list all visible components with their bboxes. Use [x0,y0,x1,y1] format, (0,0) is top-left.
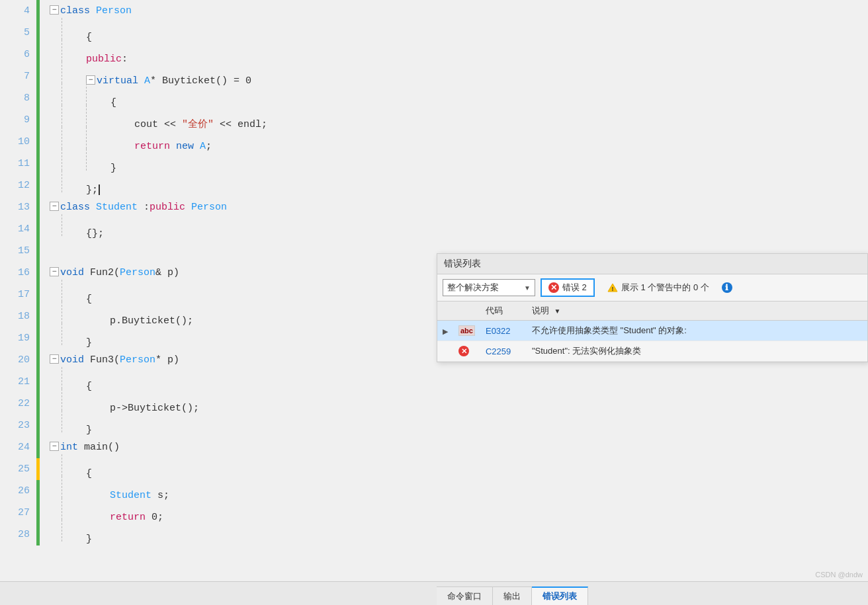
error-count-label: 错误 2 [562,282,587,294]
gutter-8 [36,87,44,109]
gutter-11 [36,153,44,175]
line-number-14: 14 [0,223,36,235]
line-number-12: 12 [0,180,36,191]
bottom-tab-bar: 命令窗口 输出 错误列表 [0,581,868,605]
gutter-10 [36,131,44,153]
line-number-25: 25 [0,464,36,475]
sort-arrow-icon: ▼ [554,307,561,315]
line-number-11: 11 [0,158,36,169]
expand-cell-1: ▶ [437,321,453,341]
line-number-5: 5 [0,27,36,38]
gutter-28 [36,524,44,545]
collapse-13[interactable]: − [50,202,59,211]
gutter-16 [36,262,44,284]
gutter-17 [36,284,44,305]
icon-cell-2: ✕ [453,341,480,362]
solution-label: 整个解决方案 [447,282,499,294]
tab-output[interactable]: 输出 [493,586,532,605]
code-line-23: 23 } [0,415,868,436]
code-line-28: 28 } [0,524,868,545]
line-number-28: 28 [0,529,36,540]
line-number-24: 24 [0,442,36,453]
gutter-13 [36,196,44,218]
line-number-15: 15 [0,245,36,257]
tab-output-label: 输出 [503,590,521,602]
line-number-27: 27 [0,507,36,518]
error-panel-title: 错误列表 [444,258,481,268]
gutter-12 [36,175,44,196]
line-number-8: 8 [0,93,36,104]
gutter-25 [36,458,44,480]
editor-area: 4 −class Person 5 { 6 public: 7 −virtual… [0,0,868,605]
line-number-22: 22 [0,398,36,409]
svg-text:!: ! [611,286,613,292]
gutter-21 [36,371,44,393]
desc-cell-1: 不允许使用抽象类类型 "Student" 的对象: [527,321,867,341]
collapse-4[interactable]: − [50,5,59,15]
line-number-6: 6 [0,49,36,60]
line-number-21: 21 [0,376,36,387]
col-expand-header [437,302,453,321]
collapse-16[interactable]: − [50,267,59,276]
collapse-24[interactable]: − [50,442,59,451]
col-code-header: 代码 [480,302,527,321]
col-icon-header [453,302,480,321]
tab-command-window[interactable]: 命令窗口 [437,586,493,605]
line-number-18: 18 [0,311,36,322]
gutter-22 [36,393,44,415]
line-number-10: 10 [0,136,36,147]
expand-arrow-icon: ▶ [443,327,448,335]
abc-icon: abc [458,325,475,336]
code-column-label: 代码 [486,305,503,315]
solution-dropdown[interactable]: 整个解决方案 ▼ [443,279,535,296]
tab-error-list[interactable]: 错误列表 [532,586,588,605]
col-desc-header: 说明 ▼ [527,302,867,321]
line-number-26: 26 [0,485,36,497]
line-number-13: 13 [0,202,36,213]
line-number-17: 17 [0,289,36,300]
gutter-26 [36,480,44,502]
gutter-20 [36,349,44,371]
tab-error-list-label: 错误列表 [542,590,577,602]
error-icon-2: ✕ [458,346,469,356]
line-number-9: 9 [0,114,36,126]
line-number-20: 20 [0,354,36,366]
warning-button[interactable]: ! 展示 1 个警告中的 0 个 [600,279,716,296]
desc-cell-2: "Student": 无法实例化抽象类 [527,341,867,362]
info-button[interactable]: ℹ [722,282,732,293]
error-row-1[interactable]: ▶ abc E0322 不允许使用抽象类类型 "Student" 的对象: [437,321,867,341]
code-line-12: 12 }; [0,175,868,196]
icon-cell-1: abc [453,321,480,341]
gutter-4 [36,0,44,22]
gutter-9 [36,109,44,131]
dropdown-arrow-icon: ▼ [519,284,531,292]
warning-label: 展示 1 个警告中的 0 个 [621,282,709,294]
error-icon: ✕ [548,282,559,293]
code-cell-2: C2259 [480,341,527,362]
gutter-5 [36,22,44,44]
tab-command-label: 命令窗口 [447,590,482,602]
error-panel: 错误列表 整个解决方案 ▼ ✕ 错误 2 ! 展示 1 个警告中的 0 个 ℹ [437,253,868,362]
gutter-18 [36,305,44,327]
line-number-7: 7 [0,71,36,82]
error-panel-header: 错误列表 [437,254,867,274]
collapse-20[interactable]: − [50,354,59,364]
gutter-7 [36,65,44,87]
code-cell-1: E0322 [480,321,527,341]
expand-cell-2 [437,341,453,362]
gutter-14 [36,218,44,240]
error-code-1: E0322 [486,326,511,336]
error-row-2[interactable]: ✕ C2259 "Student": 无法实例化抽象类 [437,341,867,362]
error-count-button[interactable]: ✕ 错误 2 [541,278,595,297]
error-code-2: C2259 [486,346,511,356]
line-number-23: 23 [0,420,36,431]
gutter-23 [36,415,44,436]
error-panel-toolbar: 整个解决方案 ▼ ✕ 错误 2 ! 展示 1 个警告中的 0 个 ℹ [437,274,867,302]
gutter-15 [36,240,44,262]
gutter-6 [36,44,44,65]
error-table: 代码 说明 ▼ ▶ abc E0322 不允许使用抽象类类型 "Student"… [437,302,867,362]
error-table-header: 代码 说明 ▼ [437,302,867,321]
line-number-4: 4 [0,5,36,17]
gutter-19 [36,327,44,349]
code-line-14: 14 {}; [0,218,868,240]
